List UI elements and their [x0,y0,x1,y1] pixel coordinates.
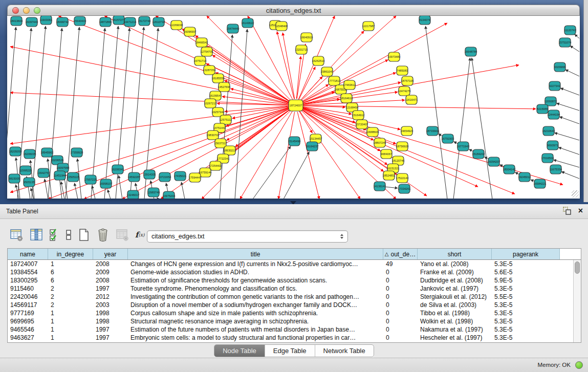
graph-node[interactable]: 16206341 [112,165,124,174]
table-row[interactable]: 2242004622012Investigating the contribut… [8,293,581,301]
graph-node[interactable]: 10267213 [204,99,217,108]
graph-node[interactable]: 18724007 [289,100,303,111]
graph-node[interactable]: 16958107 [100,179,113,188]
graph-node[interactable]: 8215955 [537,104,548,114]
table-row[interactable]: 1830029562008Estimation of significance … [8,276,581,285]
graph-node[interactable]: 16206035 [24,149,36,159]
table-row[interactable]: 946362711997Embryonic stem cells: a mode… [8,334,581,342]
graph-node[interactable]: 11120743 [564,26,576,35]
graph-node[interactable]: 17254402 [209,161,222,170]
graph-node[interactable]: 15861047 [321,67,334,76]
graph-node[interactable]: 19830702 [207,130,220,140]
graph-node[interactable]: 10975204 [163,191,176,199]
graph-node[interactable]: 16096997 [184,27,197,36]
table-row[interactable]: 1872400712008Changes of HCN gene express… [8,260,581,268]
column-editor-icon[interactable] [29,228,43,242]
graph-node[interactable]: 17359928 [71,148,83,157]
graph-node[interactable]: 9693971 [547,141,558,150]
graph-node[interactable]: 18733902 [426,126,439,136]
tab-network-table[interactable]: Network Table [315,345,374,357]
column-header-pagerank[interactable]: pagerank [492,249,560,259]
graph-node[interactable]: 19654923 [401,126,413,136]
graph-node[interactable]: 18205059 [9,147,22,156]
graph-node[interactable]: 13914305 [143,170,156,179]
graph-node[interactable]: 11616471 [405,95,418,104]
graph-node[interactable]: 17771813 [328,76,341,85]
table-row[interactable]: 946554611997Estimation of the future num… [8,325,581,334]
table-row[interactable]: 1938455462009Genome-wide association stu… [8,268,581,276]
graph-node[interactable]: 11675334 [550,165,562,174]
delete-entry-icon[interactable] [96,228,110,242]
graph-node[interactable]: 17334261 [398,184,411,193]
function-builder-icon[interactable]: f(x) [135,230,145,239]
tab-node-table[interactable]: Node Table [214,345,265,357]
graph-node[interactable]: 10721654 [159,172,171,182]
network-view-window[interactable]: citations_edges.txt 18724007122690381609… [7,5,580,199]
table-row[interactable]: 977716911998Corpus callosum shape and si… [8,309,581,317]
graph-node[interactable]: 18164610 [340,94,353,103]
close-panel-icon[interactable]: × [578,207,583,215]
graph-node[interactable]: 17463612 [343,80,356,90]
table-row[interactable]: 969969511998Structural magnetic resonanc… [8,317,581,325]
graph-node[interactable]: 16164237 [306,142,319,151]
graph-node[interactable]: 18807249 [374,138,386,147]
graph-node[interactable]: 16751714 [194,56,207,65]
graph-node[interactable]: 15164912 [352,111,365,120]
graph-node[interactable]: 16640919 [300,33,313,42]
graph-node[interactable]: 16771943 [457,142,470,151]
graph-node[interactable]: 16210643 [542,126,555,136]
graph-node[interactable]: 9684067 [381,149,392,159]
column-header-name[interactable]: name [8,249,48,259]
graph-node[interactable]: 16143622 [242,18,254,28]
graph-node[interactable]: 11568229 [19,166,32,175]
graph-node[interactable]: 19245012 [518,172,531,182]
graph-node[interactable]: 15474449 [227,24,239,33]
graph-node[interactable]: 15720407 [356,120,368,129]
graph-node[interactable]: 18524851 [383,171,396,180]
graph-node[interactable]: 16791903 [442,134,454,143]
graph-node[interactable]: 12754705 [201,47,213,56]
network-canvas[interactable]: 1872400712269038160969971846654212754705… [7,16,580,199]
table-row[interactable]: 911546021997Tourette syndrome. Phenomeno… [8,285,581,293]
column-header-in_degree[interactable]: in_degree [48,249,93,259]
graph-node[interactable]: 10688609 [366,127,379,137]
graph-node[interactable]: 16094207 [488,157,500,166]
citation-network-graph[interactable]: 1872400712269038160969971846654212754705… [7,16,580,199]
graph-node[interactable]: 15172744 [138,16,151,26]
graph-node[interactable]: 17957225 [84,175,97,184]
scrollbar-thumb[interactable] [575,261,580,274]
graph-node[interactable]: 17594447 [189,173,202,182]
graph-node[interactable]: 12269038 [170,20,183,30]
graph-node[interactable]: 18757105 [401,76,414,85]
graph-node[interactable]: 10973483 [388,52,401,61]
graph-node[interactable]: 18466542 [195,38,208,47]
graph-node[interactable]: 18004142 [503,165,516,174]
graph-node[interactable]: 18413604 [10,16,23,26]
graph-node[interactable]: 13201715 [295,45,308,54]
graph-node[interactable]: 9227341 [549,81,560,91]
graph-node[interactable]: 14471214 [124,17,137,27]
graph-node[interactable]: 16097443 [26,17,38,27]
graph-node[interactable]: 12575112 [220,115,232,124]
graph-node[interactable]: 8134074 [419,16,430,25]
network-window-titlebar[interactable]: citations_edges.txt [7,5,580,16]
graph-node[interactable]: 11548408 [275,21,288,31]
row-height-icon[interactable] [66,228,72,242]
graph-node[interactable]: 11451944 [54,171,66,180]
graph-node[interactable]: 9329966 [554,62,565,72]
graph-node[interactable]: 13505115 [67,172,79,182]
column-header-title[interactable]: title [128,249,383,259]
column-header-short[interactable]: short [418,249,492,259]
graph-node[interactable]: 9505135 [24,178,35,187]
graph-node[interactable]: 13246017 [127,190,140,199]
graph-node[interactable]: 14136141 [374,182,386,191]
graph-node[interactable]: 12444194 [548,110,560,119]
graph-node[interactable]: 18945962 [41,148,54,157]
canvas-resize-grip[interactable] [572,190,579,198]
graph-node[interactable]: 12983749 [147,188,160,197]
graph-node[interactable]: 18630213 [224,146,236,155]
graph-node[interactable]: 18185559 [212,74,225,83]
graph-node[interactable]: 16648784 [465,47,477,56]
graph-node[interactable]: 10474279 [398,86,411,96]
select-rows-icon[interactable] [49,228,60,242]
